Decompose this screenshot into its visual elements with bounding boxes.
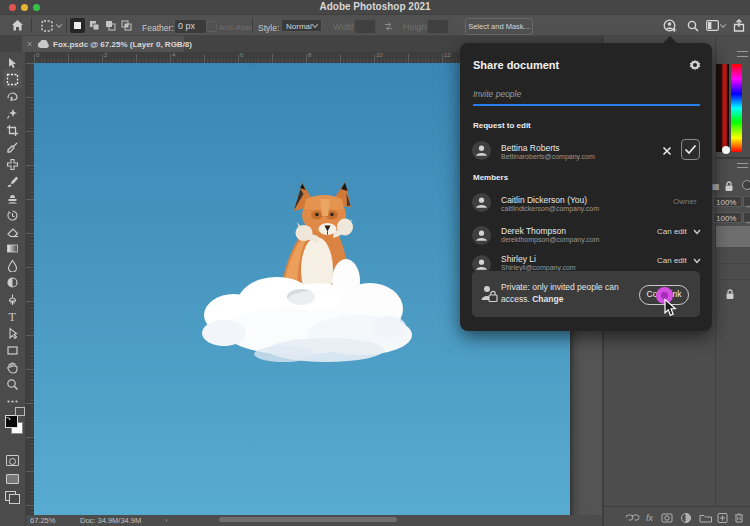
svg-text:fx: fx: [646, 513, 654, 523]
svg-text:T: T: [9, 310, 17, 323]
